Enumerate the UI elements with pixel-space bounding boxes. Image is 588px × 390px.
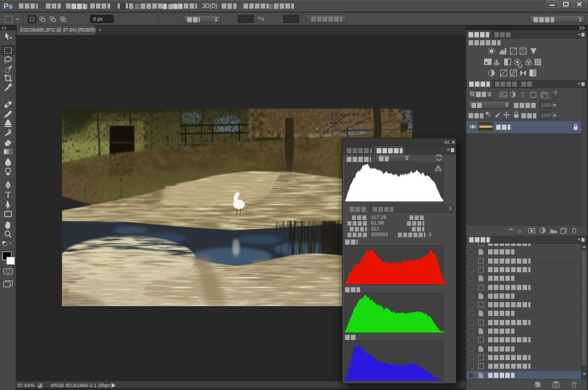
svg-text:fx: fx <box>518 228 522 234</box>
svg-text:T: T <box>5 190 10 199</box>
svg-text:T: T <box>521 91 525 98</box>
